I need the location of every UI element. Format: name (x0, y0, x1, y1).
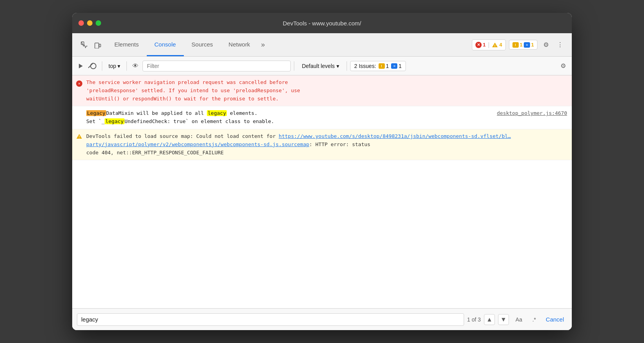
issues-warn-item: ! 1 (379, 63, 389, 69)
issues-warn-icon: ! (379, 63, 385, 69)
issues-chat-item: ≡ 1 (391, 63, 402, 69)
regex-button[interactable]: .* (529, 314, 539, 325)
play-icon (79, 64, 83, 68)
warning-entry-icon: ! (76, 133, 82, 142)
console-toolbar: top ▾ 👁 Default levels ▾ 2 Issues: ! 1 (72, 57, 572, 75)
error-entry-icon: ✕ (76, 79, 82, 88)
tab-network[interactable]: Network (221, 33, 258, 56)
console-output: ✕ The service worker navigation preload … (72, 75, 572, 308)
svg-text:!: ! (495, 44, 496, 48)
error-badge: ✕ 1 (475, 42, 486, 48)
error-icon-circle: ✕ (76, 80, 82, 87)
warn-triangle-icon: ! (492, 42, 498, 48)
error-message-text: The service worker navigation preload re… (86, 79, 300, 102)
log-levels-button[interactable]: Default levels ▾ (297, 61, 343, 71)
run-script-button[interactable] (75, 61, 86, 71)
tabs-bar: Elements Console Sources Network » (72, 33, 572, 57)
warning-text-before: DevTools failed to load source map: Coul… (86, 133, 279, 139)
tab-elements[interactable]: Elements (107, 33, 147, 56)
error-warn-badge[interactable]: ✕ 1 | ! 4 (472, 39, 506, 50)
close-button[interactable] (78, 20, 84, 26)
issues-badge-header[interactable]: ! 1 ≡ 1 (509, 40, 537, 50)
settings-button[interactable]: ⚙ (541, 39, 551, 50)
chevron-up-icon: ▲ (486, 316, 493, 323)
match-case-button[interactable]: Aa (512, 314, 526, 325)
device-toolbar-icon[interactable] (92, 39, 103, 51)
inspect-element-icon[interactable] (78, 39, 90, 51)
legacy-highlight-yellow-2: legacy (105, 118, 125, 124)
svg-text:!: ! (78, 135, 80, 139)
more-tabs-button[interactable]: » (258, 33, 268, 56)
more-options-button[interactable]: ⋮ (555, 39, 566, 50)
toolbar-divider-3 (294, 61, 294, 71)
console-entry-error: ✕ The service worker navigation preload … (72, 75, 572, 106)
devtools-panel: Elements Console Sources Network » (72, 33, 572, 330)
dropdown-arrow-icon: ▾ (117, 63, 120, 69)
svg-rect-2 (99, 44, 101, 47)
clear-console-button[interactable] (88, 61, 99, 71)
info-text-3: UndefinedCheck: true` on element class t… (125, 118, 274, 124)
tab-icon-group (75, 33, 107, 56)
filter-by-type-button[interactable]: 👁 (130, 61, 141, 71)
main-tabs: Elements Console Sources Network » (107, 33, 469, 56)
levels-arrow-icon: ▾ (336, 63, 339, 69)
issues-prefix: 2 Issues: (354, 63, 376, 69)
warn-badge: ! 4 (492, 42, 502, 48)
issues-chat-icon-2: ≡ (391, 63, 397, 69)
devtools-window: DevTools - www.youtube.com/ (72, 13, 572, 330)
warn-triangle-entry: ! (76, 133, 82, 139)
log-levels-label: Default levels (302, 63, 334, 69)
search-input[interactable] (77, 313, 464, 326)
source-link-1[interactable]: desktop_polymer.js:4670 (497, 109, 567, 118)
chevron-down-icon: ▼ (500, 316, 507, 323)
svg-rect-1 (95, 43, 99, 48)
context-selector[interactable]: top ▾ (105, 61, 123, 71)
filter-input[interactable] (142, 61, 291, 71)
toolbar-divider-2 (126, 61, 127, 71)
search-bar: 1 of 3 ▲ ▼ Aa .* Cancel (72, 308, 572, 330)
legacy-highlight-yellow-1: legacy (207, 110, 227, 116)
context-label: top (109, 63, 116, 69)
traffic-lights (78, 20, 101, 26)
toolbar-divider-4 (347, 61, 347, 71)
issues-chat-icon: ≡ (524, 42, 530, 48)
console-entry-warning: ! DevTools failed to load source map: Co… (72, 129, 572, 160)
tabs-right-icons: ✕ 1 | ! 4 ! (469, 33, 569, 56)
tab-sources[interactable]: Sources (184, 33, 221, 56)
eye-icon: 👁 (132, 63, 139, 70)
search-next-button[interactable]: ▼ (498, 314, 509, 325)
minimize-button[interactable] (87, 20, 93, 26)
console-settings-button[interactable]: ⚙ (558, 61, 569, 71)
info-text-1: DataMixin will be applied to all (106, 110, 207, 116)
tab-console[interactable]: Console (147, 33, 184, 56)
titlebar: DevTools - www.youtube.com/ (72, 13, 572, 33)
window-title: DevTools - www.youtube.com/ (283, 20, 361, 27)
search-count: 1 of 3 (467, 316, 481, 323)
clear-icon (90, 63, 96, 69)
maximize-button[interactable] (96, 20, 101, 26)
console-entry-info: desktop_polymer.js:4670 LegacyDataMixin … (72, 106, 572, 129)
issues-toolbar-badge[interactable]: 2 Issues: ! 1 ≡ 1 (350, 61, 406, 71)
issues-info-icon: ! (512, 42, 519, 48)
search-prev-button[interactable]: ▲ (484, 314, 495, 325)
toolbar-divider (102, 61, 102, 71)
error-circle-icon: ✕ (475, 42, 482, 48)
search-cancel-button[interactable]: Cancel (543, 314, 567, 324)
legacy-highlight-orange: Legacy (86, 110, 106, 116)
